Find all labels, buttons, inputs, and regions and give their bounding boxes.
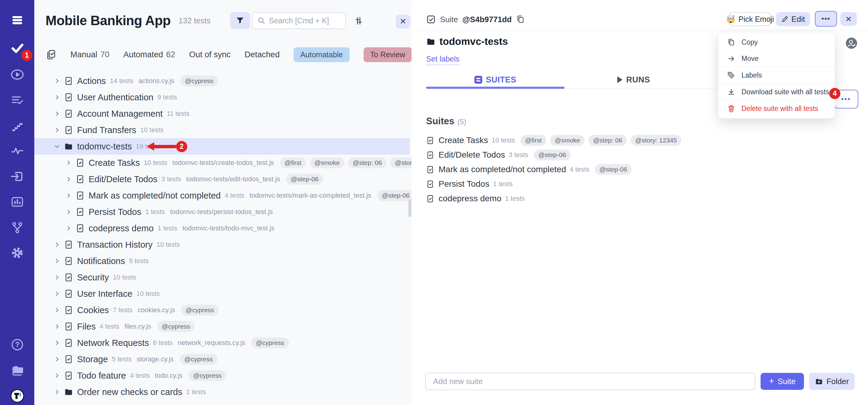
filter-funnel-button[interactable]	[230, 12, 250, 29]
panel-close-button[interactable]: ✕	[396, 14, 410, 29]
filter-chip-to-review[interactable]: To Review	[364, 47, 412, 62]
search-input[interactable]	[269, 16, 336, 25]
menu-item-label: Copy	[741, 38, 758, 46]
pick-emoji-button[interactable]: 🤯 Pick Emoji	[729, 12, 771, 26]
suite-name: Persist Todos	[89, 207, 142, 217]
tree-row[interactable]: todomvc-tests19 tests	[34, 138, 410, 155]
tree-row[interactable]: Todo feature4 teststodo.cy.js@cypress	[34, 367, 410, 384]
suite-list-item[interactable]: codepress demo1 tests	[426, 191, 845, 206]
chevron-right-icon[interactable]	[54, 94, 60, 101]
tests-count: 6 tests	[153, 339, 173, 347]
chevron-right-icon[interactable]	[54, 389, 60, 395]
chevron-right-icon[interactable]	[54, 340, 60, 346]
steps-icon[interactable]	[10, 118, 25, 133]
suites-tree: Actions14 testsactions.cy.js@cypressUser…	[34, 73, 410, 400]
edit-button[interactable]: Edit	[776, 12, 810, 26]
analytics-icon[interactable]	[10, 194, 25, 209]
tab-runs[interactable]: RUNS	[564, 72, 703, 87]
tree-row[interactable]: Mark as completed/not completed4 teststo…	[34, 187, 410, 204]
filter-item-out-of-sync[interactable]: Out of sync	[189, 50, 231, 59]
tree-row[interactable]: Fund Transfers10 tests	[34, 122, 410, 138]
close-icon: ✕	[845, 14, 852, 24]
branch-icon[interactable]	[10, 220, 25, 235]
chevron-right-icon[interactable]	[54, 307, 60, 313]
assignee-avatar[interactable]	[846, 38, 857, 49]
chevron-right-icon[interactable]	[65, 192, 72, 199]
chevron-right-icon[interactable]	[54, 110, 60, 117]
add-suite-input[interactable]	[425, 373, 755, 390]
menu-item-download-suite-with-all-tests[interactable]: Download suite with all tests	[718, 84, 835, 100]
menu-item-move[interactable]: Move	[718, 50, 835, 67]
chevron-right-icon[interactable]	[65, 160, 72, 166]
tree-row[interactable]: Edit/Delete Todos3 teststodomvc-tests/ed…	[34, 171, 410, 187]
filter-item-detached[interactable]: Detached	[245, 50, 280, 59]
menu-item-labels[interactable]: Labels	[718, 67, 835, 83]
settings-gear-icon[interactable]	[10, 245, 25, 260]
chevron-right-icon[interactable]	[54, 241, 60, 248]
suite-list-item[interactable]: Edit/Delete Todos3 tests@step-06	[426, 148, 845, 162]
tree-row[interactable]: Notifications9 tests	[34, 253, 410, 269]
set-labels-link[interactable]: Set labels	[426, 55, 460, 65]
menu-item-delete-suite-with-all-tests[interactable]: Delete suite with all tests	[718, 100, 835, 117]
add-suite-button[interactable]: + Suite	[761, 373, 804, 390]
tree-row[interactable]: Cookies7 testscookies.cy.js@cypress	[34, 302, 410, 318]
chevron-right-icon[interactable]	[54, 356, 60, 363]
tree-row[interactable]: Order new checks or cards1 tests	[34, 384, 410, 400]
tab-suites[interactable]: SUITES	[426, 72, 564, 87]
tree-row[interactable]: User Interface10 tests	[34, 285, 410, 302]
tree-row[interactable]: User Authentication9 tests	[34, 89, 410, 105]
chevron-right-icon[interactable]	[54, 78, 60, 84]
chevron-right-icon[interactable]	[54, 372, 60, 379]
chevron-right-icon[interactable]	[65, 176, 72, 182]
project-title: Mobile Banking App	[45, 13, 170, 28]
menu-icon[interactable]	[10, 12, 25, 28]
help-icon[interactable]: ?	[10, 337, 25, 352]
tree-row[interactable]: Storage5 testsstorage.cy.js@cypress	[34, 351, 410, 367]
filter-item-manual[interactable]: Manual70	[70, 50, 110, 59]
tree-row[interactable]: Network Requests6 testsnetwork_requests.…	[34, 335, 410, 351]
tree-row[interactable]: Actions14 testsactions.cy.js@cypress	[34, 73, 410, 89]
tree-row[interactable]: Create Tasks10 teststodomvc-tests/create…	[34, 155, 410, 171]
account-avatar[interactable]	[10, 388, 25, 403]
chevron-down-icon[interactable]	[54, 143, 60, 150]
projects-icon[interactable]	[10, 363, 25, 378]
suite-more-button[interactable]: •••	[815, 11, 837, 27]
download-icon	[727, 88, 735, 96]
suite-close-button[interactable]: ✕	[840, 12, 857, 26]
plans-list-check-icon[interactable]	[10, 93, 25, 108]
chevron-right-icon[interactable]	[65, 225, 72, 232]
chevron-right-icon[interactable]	[54, 291, 60, 297]
tree-row[interactable]: Persist Todos1 teststodomvc-tests/persis…	[34, 204, 410, 220]
copy-id-icon[interactable]	[516, 15, 525, 24]
chevron-right-icon[interactable]	[54, 127, 60, 133]
tree-row[interactable]: codepress demo1 teststodomvc-tests/todo-…	[34, 220, 410, 236]
tests-count: 4 tests	[99, 323, 119, 330]
filter-chip-automatable[interactable]: Automatable	[293, 47, 349, 62]
scrollbar-thumb[interactable]	[408, 199, 411, 217]
tree-row[interactable]: Files4 testsfiles.cy.js@cypress	[34, 318, 410, 335]
suite-id: @S4b9771dd	[462, 15, 512, 24]
test-file-icon	[64, 355, 73, 364]
chevron-right-icon[interactable]	[54, 323, 60, 330]
search-settings-button[interactable]	[353, 15, 365, 27]
suite-list-item[interactable]: Mark as completed/not completed4 tests@s…	[426, 162, 845, 177]
filter-item-automated[interactable]: Automated62	[124, 50, 176, 59]
suite-list-item[interactable]: Create Tasks10 tests@first@smoke@step: 0…	[426, 133, 845, 148]
tests-count: 4 tests	[130, 372, 150, 379]
pulse-icon[interactable]	[10, 143, 25, 159]
chevron-right-icon[interactable]	[54, 258, 60, 264]
suite-name: todomvc-tests	[77, 142, 132, 151]
suite-list-item[interactable]: Persist Todos1 tests	[426, 177, 845, 191]
tree-row[interactable]: Account Management11 tests	[34, 105, 410, 122]
runs-play-icon[interactable]	[10, 67, 25, 82]
menu-item-copy[interactable]: Copy	[718, 34, 835, 50]
import-icon[interactable]	[10, 169, 25, 184]
add-folder-button[interactable]: Folder	[809, 373, 855, 390]
tree-row[interactable]: Security10 tests	[34, 269, 410, 285]
search-box[interactable]	[252, 12, 346, 29]
chevron-right-icon[interactable]	[54, 274, 60, 281]
chevron-right-icon[interactable]	[65, 209, 72, 215]
suites-tab-icon	[474, 76, 482, 84]
checklist-filter-icon[interactable]	[45, 49, 57, 60]
tree-row[interactable]: Transaction History10 tests	[34, 236, 410, 253]
